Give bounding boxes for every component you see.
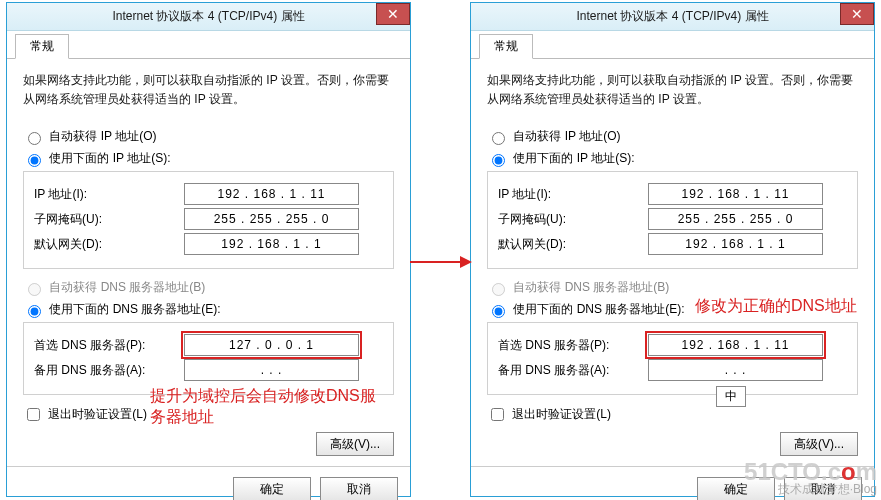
input-gateway[interactable]: 192 . 168 . 1 . 1 — [184, 233, 359, 255]
radio-auto-ip-label: 自动获得 IP 地址(O) — [49, 129, 156, 143]
tab-general[interactable]: 常规 — [479, 34, 533, 59]
label-dns-primary: 首选 DNS 服务器(P): — [34, 337, 184, 354]
dns-fieldgroup: 首选 DNS 服务器(P): 127 . 0 . 0 . 1 备用 DNS 服务… — [23, 322, 394, 395]
titlebar[interactable]: Internet 协议版本 4 (TCP/IPv4) 属性 ✕ — [7, 3, 410, 31]
input-dns-alt[interactable]: . . . — [648, 359, 823, 381]
checkbox-validate[interactable] — [27, 408, 40, 421]
radio-manual-dns-label: 使用下面的 DNS 服务器地址(E): — [513, 302, 684, 316]
ipv4-properties-dialog-right: Internet 协议版本 4 (TCP/IPv4) 属性 ✕ 常规 如果网络支… — [470, 2, 875, 497]
dialog-button-row: 确定 取消 — [471, 466, 874, 500]
ok-button[interactable]: 确定 — [233, 477, 311, 500]
close-icon: ✕ — [851, 6, 863, 22]
radio-manual-ip-row[interactable]: 使用下面的 IP 地址(S): — [487, 150, 858, 167]
input-dns-primary[interactable]: 192 . 168 . 1 . 11 — [648, 334, 823, 356]
label-dns-alt: 备用 DNS 服务器(A): — [34, 362, 184, 379]
checkbox-validate[interactable] — [491, 408, 504, 421]
label-mask: 子网掩码(U): — [34, 211, 184, 228]
close-button[interactable]: ✕ — [376, 3, 410, 25]
radio-manual-dns[interactable] — [492, 305, 505, 318]
ip-fieldgroup: IP 地址(I): 192 . 168 . 1 . 11 子网掩码(U): 25… — [23, 171, 394, 269]
radio-auto-ip-row[interactable]: 自动获得 IP 地址(O) — [23, 128, 394, 145]
radio-manual-dns[interactable] — [28, 305, 41, 318]
titlebar[interactable]: Internet 协议版本 4 (TCP/IPv4) 属性 ✕ — [471, 3, 874, 31]
tab-bar: 常规 — [471, 33, 874, 59]
radio-auto-dns-label: 自动获得 DNS 服务器地址(B) — [49, 280, 205, 294]
description-text: 如果网络支持此功能，则可以获取自动指派的 IP 设置。否则，你需要从网络系统管理… — [487, 71, 858, 109]
radio-manual-dns-row[interactable]: 使用下面的 DNS 服务器地址(E): — [23, 301, 394, 318]
radio-auto-ip-row[interactable]: 自动获得 IP 地址(O) — [487, 128, 858, 145]
label-dns-primary: 首选 DNS 服务器(P): — [498, 337, 648, 354]
close-button[interactable]: ✕ — [840, 3, 874, 25]
label-gateway: 默认网关(D): — [34, 236, 184, 253]
radio-auto-dns-row: 自动获得 DNS 服务器地址(B) — [487, 279, 858, 296]
radio-auto-dns — [28, 283, 41, 296]
input-dns-primary[interactable]: 127 . 0 . 0 . 1 — [184, 334, 359, 356]
input-dns-alt[interactable]: . . . — [184, 359, 359, 381]
cancel-button[interactable]: 取消 — [784, 477, 862, 500]
radio-auto-dns — [492, 283, 505, 296]
radio-auto-ip[interactable] — [28, 132, 41, 145]
window-title: Internet 协议版本 4 (TCP/IPv4) 属性 — [576, 8, 768, 25]
cancel-button[interactable]: 取消 — [320, 477, 398, 500]
input-ip[interactable]: 192 . 168 . 1 . 11 — [648, 183, 823, 205]
validate-on-exit-row[interactable]: 退出时验证设置(L) — [487, 405, 858, 424]
tab-bar: 常规 — [7, 33, 410, 59]
window-title: Internet 协议版本 4 (TCP/IPv4) 属性 — [112, 8, 304, 25]
label-mask: 子网掩码(U): — [498, 211, 648, 228]
radio-manual-ip[interactable] — [492, 154, 505, 167]
advanced-button[interactable]: 高级(V)... — [780, 432, 858, 456]
input-mask[interactable]: 255 . 255 . 255 . 0 — [184, 208, 359, 230]
checkbox-validate-label: 退出时验证设置(L) — [512, 407, 611, 421]
description-text: 如果网络支持此功能，则可以获取自动指派的 IP 设置。否则，你需要从网络系统管理… — [23, 71, 394, 109]
tab-general[interactable]: 常规 — [15, 34, 69, 59]
radio-manual-ip-row[interactable]: 使用下面的 IP 地址(S): — [23, 150, 394, 167]
label-ip: IP 地址(I): — [34, 186, 184, 203]
dns-fieldgroup: 首选 DNS 服务器(P): 192 . 168 . 1 . 11 备用 DNS… — [487, 322, 858, 395]
radio-manual-ip[interactable] — [28, 154, 41, 167]
radio-auto-dns-row: 自动获得 DNS 服务器地址(B) — [23, 279, 394, 296]
input-mask[interactable]: 255 . 255 . 255 . 0 — [648, 208, 823, 230]
dialog-button-row: 确定 取消 — [7, 466, 410, 500]
radio-manual-ip-label: 使用下面的 IP 地址(S): — [49, 151, 170, 165]
label-dns-alt: 备用 DNS 服务器(A): — [498, 362, 648, 379]
radio-manual-dns-label: 使用下面的 DNS 服务器地址(E): — [49, 302, 220, 316]
annotation-left: 提升为域控后会自动修改DNS服务器地址 — [150, 386, 380, 428]
input-ip[interactable]: 192 . 168 . 1 . 11 — [184, 183, 359, 205]
label-gateway: 默认网关(D): — [498, 236, 648, 253]
arrow-icon — [410, 252, 472, 272]
radio-auto-ip-label: 自动获得 IP 地址(O) — [513, 129, 620, 143]
dialog-body: 如果网络支持此功能，则可以获取自动指派的 IP 设置。否则，你需要从网络系统管理… — [471, 59, 874, 466]
radio-auto-dns-label: 自动获得 DNS 服务器地址(B) — [513, 280, 669, 294]
ip-fieldgroup: IP 地址(I): 192 . 168 . 1 . 11 子网掩码(U): 25… — [487, 171, 858, 269]
radio-manual-ip-label: 使用下面的 IP 地址(S): — [513, 151, 634, 165]
checkbox-validate-label: 退出时验证设置(L) — [48, 407, 147, 421]
input-gateway[interactable]: 192 . 168 . 1 . 1 — [648, 233, 823, 255]
advanced-button[interactable]: 高级(V)... — [316, 432, 394, 456]
label-ip: IP 地址(I): — [498, 186, 648, 203]
ime-candidate[interactable]: 中 — [716, 386, 746, 407]
radio-auto-ip[interactable] — [492, 132, 505, 145]
close-icon: ✕ — [387, 6, 399, 22]
annotation-right: 修改为正确的DNS地址 — [695, 296, 881, 317]
ok-button[interactable]: 确定 — [697, 477, 775, 500]
